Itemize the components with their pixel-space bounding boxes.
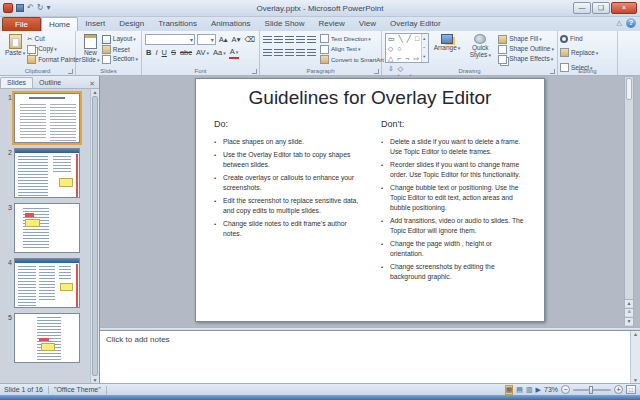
reading-view-button[interactable]: ▥: [526, 386, 533, 394]
clear-formatting-button[interactable]: ⌫: [243, 34, 256, 45]
next-slide-button[interactable]: ▼: [625, 317, 633, 325]
shapes-gallery[interactable]: ▭ ╲ ╱ □ ◇ ○ △ ⌐ ¬ ⇨ ⇩ ◇ ☆ ╲ ╱ ( ) ☆ ▲▪▼: [385, 33, 429, 63]
shape-fill-button[interactable]: Shape Fill: [498, 34, 554, 44]
underline-button[interactable]: U: [161, 47, 168, 58]
notes-placeholder[interactable]: Click to add notes: [106, 335, 634, 344]
copy-button[interactable]: Copy: [27, 44, 81, 54]
restore-button[interactable]: ❏: [592, 2, 610, 14]
find-button[interactable]: Find: [560, 34, 615, 43]
slide-thumbnail-5[interactable]: 5: [2, 313, 90, 363]
slideshow-button[interactable]: ▶: [536, 386, 541, 394]
tab-overlay-editor[interactable]: Overlay Editor: [383, 17, 448, 31]
new-slide-button[interactable]: New Slide: [79, 33, 102, 65]
notes-pane[interactable]: Click to add notes ▲ ▼: [100, 331, 640, 383]
font-color-button[interactable]: A: [229, 47, 240, 59]
grow-font-button[interactable]: A▴: [218, 34, 229, 45]
normal-view-button[interactable]: ▦: [505, 385, 514, 395]
clipboard-dialog-launcher[interactable]: [68, 69, 73, 74]
do-bullet[interactable]: Edit the screenshot to replace sensitive…: [214, 196, 359, 216]
replace-button[interactable]: Replace: [560, 48, 615, 58]
tab-slide-show[interactable]: Slide Show: [258, 17, 312, 31]
do-column[interactable]: Do: Place shapes on any slide. Use the O…: [214, 119, 359, 285]
slide-thumbnail-3[interactable]: 3: [2, 203, 90, 253]
notes-scrollbar[interactable]: ▲ ▼: [630, 331, 640, 383]
dont-bullet[interactable]: Change bubble text or positioning. Use t…: [381, 183, 526, 213]
minimize-button[interactable]: —: [573, 2, 591, 14]
tab-review[interactable]: Review: [312, 17, 352, 31]
shadow-button[interactable]: S: [170, 47, 177, 58]
scroll-up-icon[interactable]: ▲: [91, 89, 99, 95]
zoom-slider-knob[interactable]: [589, 386, 593, 394]
tab-slides-pane[interactable]: Slides: [0, 77, 33, 88]
dont-header[interactable]: Don't:: [381, 119, 526, 129]
quick-styles-button[interactable]: Quick Styles: [465, 33, 495, 65]
dont-list[interactable]: Delete a slide if you want to delete a f…: [381, 137, 526, 282]
columns-icon[interactable]: [307, 49, 316, 57]
tab-file[interactable]: File: [2, 17, 41, 31]
do-bullet[interactable]: Use the Overlay Editor tab to copy shape…: [214, 150, 359, 170]
zoom-level[interactable]: 73%: [544, 386, 558, 393]
tab-design[interactable]: Design: [112, 17, 151, 31]
section-button[interactable]: Section: [102, 54, 138, 64]
text-direction-button[interactable]: Text Direction: [320, 34, 388, 43]
line-spacing-icon[interactable]: [307, 36, 316, 44]
scroll-down-icon[interactable]: ▼: [91, 377, 99, 383]
slide-thumbnail-1[interactable]: 1: [2, 93, 90, 143]
align-text-button[interactable]: Align Text: [320, 45, 388, 54]
scroll-down-icon[interactable]: ▼: [631, 377, 640, 383]
justify-icon[interactable]: [296, 49, 305, 57]
align-right-icon[interactable]: [285, 49, 294, 57]
close-pane-icon[interactable]: ✕: [85, 80, 99, 88]
dont-bullet[interactable]: Reorder slides if you want to change fra…: [381, 160, 526, 180]
align-center-icon[interactable]: [274, 49, 283, 57]
character-spacing-button[interactable]: AV: [195, 47, 210, 59]
do-bullet[interactable]: Place shapes on any slide.: [214, 137, 359, 147]
slide-thumbnail-2[interactable]: 2: [2, 148, 90, 198]
scroll-up-icon[interactable]: ▲: [625, 299, 633, 307]
bold-button[interactable]: B: [145, 47, 152, 58]
close-button[interactable]: ×: [611, 2, 637, 14]
dont-bullet[interactable]: Add transitions, video or audio to slide…: [381, 216, 526, 236]
slide-body[interactable]: Do: Place shapes on any slide. Use the O…: [210, 119, 530, 285]
font-dialog-launcher[interactable]: [252, 69, 257, 74]
shapes-gallery-scrollbar[interactable]: ▲▪▼: [421, 34, 428, 62]
font-name-combo[interactable]: ▾: [145, 34, 195, 45]
font-size-combo[interactable]: ▾: [197, 34, 216, 45]
format-painter-button[interactable]: Format Painter: [27, 55, 81, 64]
tab-transitions[interactable]: Transitions: [151, 17, 204, 31]
slide[interactable]: Guidelines for Overlay Editor Do: Place …: [195, 78, 545, 322]
main-scrollbar-thumb[interactable]: [626, 78, 632, 100]
slide-title[interactable]: Guidelines for Overlay Editor: [210, 87, 530, 109]
tab-animations[interactable]: Animations: [204, 17, 258, 31]
collapse-ribbon-icon[interactable]: △: [617, 19, 622, 27]
tab-view[interactable]: View: [352, 17, 383, 31]
shape-effects-button[interactable]: Shape Effects: [498, 54, 554, 64]
italic-button[interactable]: I: [154, 47, 158, 58]
scrollbar-thumb[interactable]: [92, 96, 98, 376]
tab-home[interactable]: Home: [41, 17, 78, 31]
do-list[interactable]: Place shapes on any slide. Use the Overl…: [214, 137, 359, 239]
layout-button[interactable]: Layout: [102, 34, 138, 44]
shrink-font-button[interactable]: A▾: [231, 34, 242, 45]
dont-column[interactable]: Don't: Delete a slide if you want to del…: [381, 119, 526, 285]
reset-button[interactable]: Reset: [102, 45, 138, 54]
main-scrollbar[interactable]: ▲ ≙ ▼: [624, 76, 634, 327]
zoom-out-button[interactable]: −: [561, 385, 570, 394]
align-left-icon[interactable]: [263, 49, 272, 57]
fit-to-window-button[interactable]: ⛶: [626, 385, 636, 394]
change-case-button[interactable]: Aa: [212, 47, 227, 59]
paste-button[interactable]: Paste: [3, 33, 27, 65]
dont-bullet[interactable]: Change the page width , height or orient…: [381, 239, 526, 259]
strikethrough-button[interactable]: abc: [179, 47, 193, 58]
zoom-in-button[interactable]: +: [614, 385, 623, 394]
slide-thumbnail-4[interactable]: 4: [2, 258, 90, 308]
convert-to-smartart-button[interactable]: Convert to SmartArt: [320, 55, 388, 64]
arrange-button[interactable]: Arrange: [432, 33, 463, 65]
zoom-slider[interactable]: [573, 389, 611, 391]
dont-bullet[interactable]: Change screenshots by editing the backgr…: [381, 262, 526, 282]
do-header[interactable]: Do:: [214, 119, 359, 129]
tab-insert[interactable]: Insert: [78, 17, 112, 31]
do-bullet[interactable]: Change slide notes to edit frame's autho…: [214, 219, 359, 239]
tab-outline-pane[interactable]: Outline: [33, 78, 67, 88]
slide-sorter-button[interactable]: ▤: [516, 386, 523, 394]
